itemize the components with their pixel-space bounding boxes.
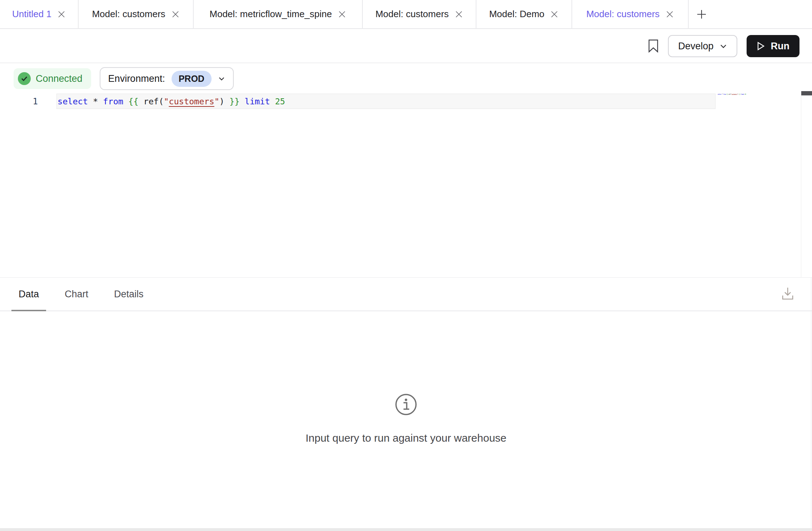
bookmark-icon xyxy=(648,39,659,53)
code-token: ( xyxy=(159,96,164,106)
minimap-code-line: select * from {{ ref("customers") }} lim… xyxy=(718,93,728,95)
code-token: " xyxy=(164,96,169,106)
play-icon xyxy=(757,41,765,51)
tab-chart-label: Chart xyxy=(65,289,88,300)
tab-model-metricflow-time-spine[interactable]: Model: metricflow_time_spine xyxy=(194,0,363,28)
connection-status-label: Connected xyxy=(36,73,83,84)
environment-value-chip: PROD xyxy=(172,71,212,87)
toolbar: Develop Run xyxy=(0,30,812,63)
download-icon xyxy=(781,286,794,301)
code-token: 25 xyxy=(275,96,285,106)
new-tab-icon xyxy=(696,9,707,20)
bottom-divider xyxy=(0,528,812,531)
editor-scrollbar-track xyxy=(801,91,801,278)
bookmark-button[interactable] xyxy=(648,39,659,53)
tab-chart[interactable]: Chart xyxy=(58,277,95,311)
results-empty-state: Input query to run against your warehous… xyxy=(0,393,812,444)
tab-model-demo[interactable]: Model: Demo xyxy=(476,0,572,28)
info-icon xyxy=(395,393,417,416)
tab-label: Model: customers xyxy=(375,9,449,20)
chevron-down-icon xyxy=(719,42,727,50)
develop-label: Develop xyxy=(678,41,713,52)
code-ref-link[interactable]: customers xyxy=(169,96,214,106)
code-token: limit xyxy=(245,96,275,106)
connection-row: Connected Environment: PROD xyxy=(0,64,812,93)
download-results-button[interactable] xyxy=(781,286,794,301)
results-tab-bar: Data Chart Details xyxy=(0,278,812,311)
tab-details[interactable]: Details xyxy=(107,277,151,311)
environment-selector[interactable]: Environment: PROD xyxy=(100,67,234,90)
close-icon[interactable] xyxy=(665,10,674,19)
results-scrollbar-track xyxy=(811,278,811,528)
code-token: select xyxy=(58,96,93,106)
code-token: {{ xyxy=(128,96,143,106)
results-body: Input query to run against your warehous… xyxy=(0,311,812,528)
tab-model-customers-2[interactable]: Model: customers xyxy=(363,0,476,28)
tab-label: Model: Demo xyxy=(489,9,545,20)
close-icon[interactable] xyxy=(57,10,66,19)
new-tab-button[interactable] xyxy=(689,0,714,28)
chevron-down-icon xyxy=(218,75,225,82)
tab-details-label: Details xyxy=(114,289,144,300)
editor-scrollbar-thumb[interactable] xyxy=(801,91,812,95)
tab-untitled-1[interactable]: Untitled 1 xyxy=(0,0,79,28)
close-icon[interactable] xyxy=(455,10,463,19)
environment-label: Environment: xyxy=(108,73,165,84)
check-icon xyxy=(21,76,28,81)
close-icon[interactable] xyxy=(338,10,346,19)
close-icon[interactable] xyxy=(171,10,180,19)
run-label: Run xyxy=(771,41,789,52)
code-token: * xyxy=(93,96,103,106)
tab-label: Model: metricflow_time_spine xyxy=(209,9,332,20)
close-icon[interactable] xyxy=(550,10,559,19)
tab-data[interactable]: Data xyxy=(11,277,46,311)
tab-model-customers-3[interactable]: Model: customers xyxy=(572,0,689,28)
tab-data-label: Data xyxy=(19,289,39,300)
develop-dropdown-button[interactable]: Develop xyxy=(668,35,737,57)
code-token: " xyxy=(214,96,219,106)
code-token: ref xyxy=(144,96,159,106)
sql-editor[interactable]: 1 select * from {{ ref("customers") }} l… xyxy=(0,93,812,278)
tab-model-customers-1[interactable]: Model: customers xyxy=(79,0,194,28)
tab-label: Model: customers xyxy=(92,9,165,20)
editor-tab-strip: Untitled 1 Model: customers Model: metri… xyxy=(0,0,812,29)
code-line[interactable]: select * from {{ ref("customers") }} lim… xyxy=(58,94,285,109)
check-circle xyxy=(18,72,31,85)
editor-minimap: select * from {{ ref("customers") }} lim… xyxy=(718,93,800,200)
connection-status-badge: Connected xyxy=(14,68,91,89)
tab-label: Model: customers xyxy=(586,9,659,20)
run-button[interactable]: Run xyxy=(747,35,799,57)
code-token: ) xyxy=(219,96,229,106)
empty-state-message: Input query to run against your warehous… xyxy=(306,432,506,444)
line-number: 1 xyxy=(0,94,38,109)
code-token: }} xyxy=(229,96,244,106)
code-token: from xyxy=(103,96,128,106)
tab-label: Untitled 1 xyxy=(12,9,51,20)
